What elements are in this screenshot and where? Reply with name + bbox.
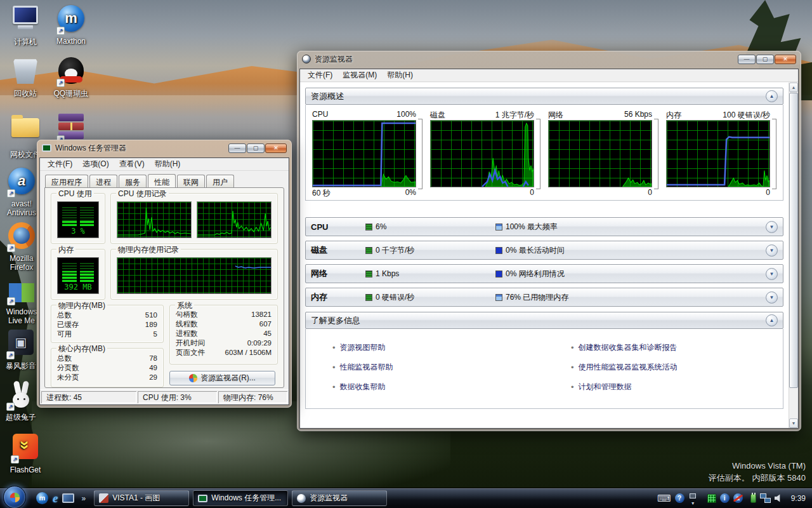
link-create-collector-set[interactable]: •创建数据收集器集和诊断报告 [544,338,783,358]
icon-label: Mozilla Firefox [3,254,41,272]
row-stat2: 0% 网络利用情况 [506,269,565,279]
link-resource-view-help[interactable]: •资源视图帮助 [306,338,544,358]
taskbar-button-task-manager[interactable]: Windows 任务管理... [193,490,288,506]
desktop-icon-super-rabbit[interactable]: ↗ 超级兔子 [3,380,39,422]
taskbar-button-resource-monitor[interactable]: 资源监视器 [292,490,387,506]
resource-monitor-titlebar[interactable]: 资源监视器 — ▢ ✕ [297,51,801,67]
chart-time-label: 60 秒 [312,188,331,197]
tray-avast-icon[interactable]: a [733,493,743,503]
maximize-button[interactable]: ▢ [247,144,265,153]
tab-performance[interactable]: 性能 [148,174,176,187]
chart-scale-bracket [536,119,540,189]
desktop-icon-flashget[interactable]: »↗ FlashGet [3,432,48,474]
maximize-button[interactable]: ▢ [756,55,774,64]
desktop-icon-avast[interactable]: a↗ avast! Antivirus [3,166,41,217]
row-stat2: 0% 最长活动时间 [506,245,565,256]
tray-volume-icon[interactable] [775,494,783,503]
desktop-icon-storm-player[interactable]: ▣↗ 暴风影音 [3,328,39,370]
group-label: 物理内存使用记录 [116,244,181,255]
desktop-icon-firefox[interactable]: ↗ Mozilla Firefox [3,221,41,272]
quick-launch-ie-icon[interactable]: e [53,492,58,504]
collapse-chevron-up-icon[interactable]: ▲ [766,90,778,102]
icon-label: 计算机 [3,37,48,46]
close-button[interactable]: ✕ [775,55,796,64]
tab-applications[interactable]: 应用程序 [45,175,88,188]
menu-view[interactable]: 查看(V) [114,157,150,171]
link-perfmon-help[interactable]: •性能监视器帮助 [306,358,544,377]
menu-help[interactable]: 帮助(H) [150,157,186,171]
collapse-chevron-up-icon[interactable]: ▲ [766,314,778,326]
bullet-icon: • [571,363,574,372]
minimize-button[interactable]: — [228,144,246,153]
link-monitor-system-activity[interactable]: •使用性能监视器监视系统活动 [544,358,783,377]
blue-swatch-icon [495,294,502,301]
memory-gauge-value: 392 MB [58,283,98,291]
desktop-icon-recycle-bin[interactable]: 回收站 [3,56,48,98]
cpu-row[interactable]: CPU 6% 100% 最大频率 ▼ [305,217,783,236]
desktop-icon-windows-live[interactable]: ↗ Windows Live Me [3,274,41,325]
row-stat1: 0 千字节/秒 [376,245,414,256]
tab-processes[interactable]: 进程 [89,175,117,188]
blue-swatch-icon [495,224,502,231]
menu-file[interactable]: 文件(F) [303,69,337,82]
window-title: 资源监视器 [315,54,353,65]
quick-launch-overflow-chevron[interactable]: » [81,494,86,503]
desktop-icon-qq[interactable]: ↗ QQ珊瑚虫 [48,56,94,98]
expand-chevron-down-icon[interactable]: ▼ [766,291,778,304]
task-manager-tabs: 应用程序 进程 服务 性能 联网 用户 [40,171,289,187]
blue-swatch-icon [495,247,502,254]
tray-keyboard-icon[interactable]: ⌨ [657,493,671,504]
quick-launch-maxthon-icon[interactable]: m [36,492,48,504]
tab-networking[interactable]: 联网 [177,175,205,188]
scroll-down-arrow-icon[interactable]: ▼ [789,418,798,428]
tray-power-icon[interactable] [750,494,756,503]
tray-help-icon[interactable]: ? [675,493,684,503]
learn-more-header-label: 了解更多信息 [311,315,360,326]
tray-network-icon[interactable] [760,493,771,503]
taskbar-button-paint[interactable]: VISTA1 - 画图 [94,490,189,506]
resource-monitor-app-icon [302,55,311,64]
desktop-icon-maxthon[interactable]: m↗ Maxthon [48,4,94,46]
shortcut-arrow-icon: ↗ [7,297,15,305]
memory-row[interactable]: 内存 0 硬错误/秒 76% 已用物理内存 ▼ [305,288,783,307]
tab-services[interactable]: 服务 [119,175,147,188]
menu-help[interactable]: 帮助(H) [382,69,418,82]
scroll-up-arrow-icon[interactable]: ▲ [789,83,798,92]
menu-file[interactable]: 文件(F) [43,157,77,171]
link-data-collection-help[interactable]: •数据收集帮助 [306,377,544,397]
expand-chevron-down-icon[interactable]: ▼ [766,221,778,233]
chart-scale-bracket [772,119,776,189]
vertical-scrollbar[interactable]: ▲ ▼ [789,83,798,428]
link-schedule-manage-data[interactable]: •计划和管理数据 [544,377,783,397]
taskbar-clock[interactable]: 9:39 [791,494,806,503]
overview-header[interactable]: 资源概述 ▲ [305,88,783,105]
resource-monitor-button[interactable]: 资源监视器(R)... [169,371,275,385]
task-manager-titlebar[interactable]: Windows 任务管理器 — ▢ ✕ [37,140,292,156]
desktop-icon-computer[interactable]: 计算机 [3,4,48,46]
menu-monitor[interactable]: 监视器(M) [337,69,382,82]
bullet-icon: • [571,382,574,392]
disk-row[interactable]: 磁盘 0 千字节/秒 0% 最长活动时间 ▼ [305,241,783,260]
start-button[interactable] [3,486,26,508]
row-title: CPU [311,222,365,232]
chart-scale-bracket [418,119,422,189]
cpu-usage-gauge: 3 % [57,201,99,238]
tab-users[interactable]: 用户 [206,175,234,188]
shortcut-arrow-icon: ↗ [7,189,15,197]
show-desktop-icon[interactable] [62,493,74,503]
tray-hidden-icons-toggle[interactable]: ▼ [688,493,698,504]
qq-icon: ↗ [56,57,86,88]
shortcut-arrow-icon: ↗ [6,351,15,359]
expand-chevron-down-icon[interactable]: ▼ [766,268,778,280]
close-button[interactable]: ✕ [265,144,287,153]
network-row[interactable]: 网络 1 Kbps 0% 网络利用情况 ▼ [305,264,783,283]
shortcut-arrow-icon: ↗ [11,455,19,464]
tray-info-icon[interactable]: i [720,493,730,503]
menu-options[interactable]: 选项(O) [77,157,114,171]
memory-history-graph [117,257,272,294]
expand-chevron-down-icon[interactable]: ▼ [766,244,778,257]
learn-more-header[interactable]: 了解更多信息 ▲ [305,312,783,329]
scrollbar-thumb[interactable] [789,93,798,388]
tray-monitor-icon[interactable] [707,494,716,503]
minimize-button[interactable]: — [738,55,756,64]
